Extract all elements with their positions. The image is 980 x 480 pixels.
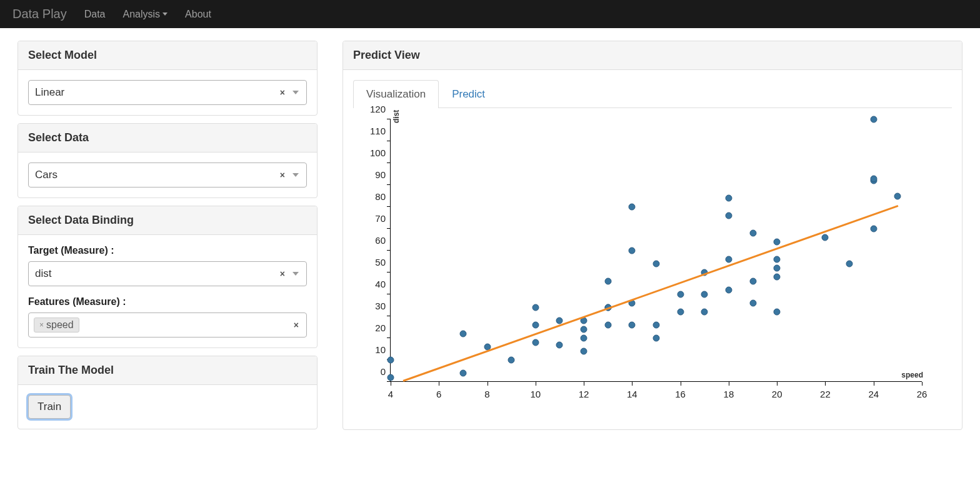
x-tick-label: 6 <box>436 389 441 399</box>
data-select[interactable]: Cars × <box>28 162 307 188</box>
y-tick-label: 0 <box>381 366 386 377</box>
y-tick-label: 90 <box>375 169 386 180</box>
x-tick-label: 26 <box>917 389 928 399</box>
tab-predict[interactable]: Predict <box>439 80 498 108</box>
panel-predict-view: Predict View Visualization Predict 01020… <box>342 41 962 430</box>
feature-tag-label: speed <box>46 319 74 331</box>
scatter-point <box>508 357 515 364</box>
y-tick-label: 40 <box>375 279 386 289</box>
scatter-point <box>388 357 394 364</box>
clear-icon[interactable]: × <box>280 88 285 98</box>
x-tick-label: 22 <box>820 389 831 399</box>
scatter-point <box>604 278 611 285</box>
scatter-point <box>774 274 781 281</box>
x-tick-label: 18 <box>724 389 734 399</box>
scatter-point <box>532 322 539 329</box>
scatter-point <box>725 212 732 219</box>
clear-icon[interactable]: × <box>280 170 285 180</box>
nav-link-data[interactable]: Data <box>84 9 106 20</box>
nav-link-about[interactable]: About <box>185 9 211 20</box>
scatter-point <box>701 291 708 298</box>
scatter-point <box>774 309 781 316</box>
scatter-point <box>604 322 611 329</box>
scatter-point <box>677 291 684 298</box>
scatter-point <box>774 265 781 272</box>
scatter-point <box>846 261 853 268</box>
scatter-point <box>749 230 756 237</box>
scatter-point <box>870 175 877 182</box>
scatter-point <box>701 309 708 316</box>
y-tick-label: 100 <box>370 148 386 158</box>
scatter-point <box>388 374 394 381</box>
clear-icon[interactable]: × <box>280 269 285 279</box>
scatter-point <box>725 195 732 202</box>
tag-remove-icon[interactable]: × <box>39 321 44 329</box>
model-select-value: Linear <box>35 86 64 99</box>
regression-line <box>402 205 898 382</box>
y-tick-label: 80 <box>375 191 386 202</box>
train-button[interactable]: Train <box>28 395 71 419</box>
nav-link-analysis[interactable]: Analysis <box>123 9 168 20</box>
scatter-point <box>822 234 829 241</box>
panel-heading-predict: Predict View <box>343 41 962 70</box>
caret-down-icon <box>162 12 168 16</box>
x-tick-label: 16 <box>675 389 686 399</box>
y-tick-label: 50 <box>375 257 386 268</box>
features-select[interactable]: × speed × <box>28 312 307 338</box>
scatter-point <box>774 239 781 246</box>
chevron-down-icon <box>292 91 299 94</box>
x-tick-label: 10 <box>530 389 541 399</box>
scatter-point <box>459 331 466 338</box>
scatter-point <box>629 204 636 211</box>
scatter-point <box>581 326 588 333</box>
x-tick-label: 4 <box>388 389 393 399</box>
panel-select-data: Select Data Cars × <box>18 123 318 198</box>
y-tick-label: 120 <box>370 104 386 114</box>
x-tick-label: 24 <box>868 389 879 399</box>
scatter-point <box>653 322 660 329</box>
scatter-point <box>629 322 636 329</box>
scatter-point <box>532 304 539 311</box>
x-tick-label: 8 <box>484 389 489 399</box>
scatter-point <box>459 370 466 377</box>
panel-heading-binding: Select Data Binding <box>18 206 317 235</box>
model-select[interactable]: Linear × <box>28 80 307 105</box>
scatter-point <box>653 261 660 268</box>
x-axis-label: speed <box>901 371 923 379</box>
tab-visualization[interactable]: Visualization <box>353 80 439 108</box>
y-tick-label: 70 <box>375 213 386 224</box>
scatter-point <box>774 256 781 263</box>
chevron-down-icon <box>292 272 299 276</box>
scatter-chart: 0102030405060708090100110120 dist speed … <box>353 119 947 419</box>
scatter-point <box>581 348 588 355</box>
scatter-point <box>749 300 756 307</box>
target-label: Target (Measure) : <box>28 245 307 256</box>
scatter-point <box>556 341 563 348</box>
navbar: Data Play Data Analysis About <box>0 0 980 28</box>
scatter-point <box>894 192 901 199</box>
scatter-point <box>749 278 756 285</box>
panel-heading-model: Select Model <box>18 41 317 70</box>
feature-tag[interactable]: × speed <box>34 318 79 332</box>
data-select-value: Cars <box>35 169 58 181</box>
y-tick-label: 30 <box>375 301 386 311</box>
scatter-point <box>725 256 732 263</box>
x-tick-label: 20 <box>772 389 782 399</box>
x-tick-label: 14 <box>627 389 638 399</box>
y-tick-label: 60 <box>375 235 386 246</box>
clear-icon[interactable]: × <box>294 320 299 330</box>
scatter-point <box>870 226 877 232</box>
scatter-point <box>653 335 660 342</box>
panel-train: Train The Model Train <box>18 356 318 429</box>
scatter-point <box>532 339 539 346</box>
navbar-brand[interactable]: Data Play <box>12 7 67 21</box>
y-tick-label: 110 <box>370 126 386 136</box>
chevron-down-icon <box>292 173 299 177</box>
y-tick-label: 20 <box>375 322 386 333</box>
y-tick-label: 10 <box>375 344 386 355</box>
scatter-point <box>870 116 877 123</box>
x-tick-label: 12 <box>579 389 589 399</box>
features-label: Features (Measure) : <box>28 296 307 308</box>
target-select[interactable]: dist × <box>28 261 307 286</box>
target-select-value: dist <box>35 268 51 280</box>
